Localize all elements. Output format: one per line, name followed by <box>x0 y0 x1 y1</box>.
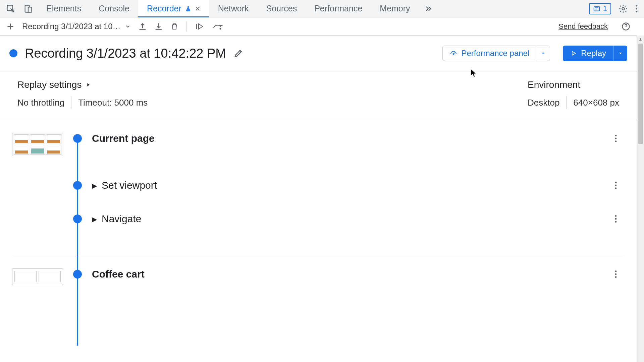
svg-point-11 <box>453 54 454 55</box>
steps-timeline: Current page ▶ Set viewport <box>0 119 637 288</box>
send-feedback-link[interactable]: Send feedback <box>558 22 608 31</box>
chevron-right-icon <box>86 81 91 88</box>
settings-environment-row: Replay settings No throttling Timeout: 5… <box>0 71 637 109</box>
kebab-icon[interactable] <box>610 134 621 143</box>
kebab-icon[interactable] <box>610 270 621 279</box>
tab-recorder[interactable]: Recorder ✕ <box>138 0 209 17</box>
chevron-right-icon: ▶ <box>92 215 97 223</box>
timeline-node <box>73 134 82 143</box>
issues-count: 1 <box>603 4 607 13</box>
step-title[interactable]: Current page <box>92 133 155 144</box>
replay-button[interactable]: Replay <box>563 46 627 61</box>
kebab-icon[interactable] <box>610 215 621 223</box>
tab-elements[interactable]: Elements <box>38 0 90 17</box>
tab-label: Elements <box>46 4 81 13</box>
recording-select[interactable]: Recording 3/1/2023 at 10… <box>22 22 131 31</box>
kebab-icon[interactable] <box>635 4 638 13</box>
svg-point-5 <box>636 5 638 6</box>
svg-rect-8 <box>196 24 197 29</box>
svg-point-18 <box>615 215 617 217</box>
recording-indicator-dot <box>9 49 17 57</box>
tab-label: Performance <box>314 4 362 13</box>
svg-point-16 <box>615 185 617 186</box>
step-title[interactable]: ▶ Navigate <box>92 213 141 225</box>
svg-point-13 <box>615 138 617 139</box>
step-group: ▶ Set viewport <box>12 180 625 213</box>
tabs-overflow[interactable] <box>419 0 438 17</box>
step-thumbnail[interactable] <box>12 133 63 156</box>
step-thumbnail[interactable] <box>12 268 63 285</box>
step-title[interactable]: ▶ Set viewport <box>92 180 157 191</box>
replay-label: Replay <box>581 49 606 58</box>
divider <box>566 96 567 109</box>
chevron-right-icon: ▶ <box>92 182 97 190</box>
tab-label: Network <box>218 4 249 13</box>
step-title-text: Current page <box>92 133 155 144</box>
performance-panel-dropdown[interactable] <box>536 46 550 61</box>
scroll-up-icon[interactable]: ▲ <box>637 36 644 43</box>
scrollbar-thumb[interactable] <box>638 44 643 144</box>
divider <box>186 21 187 32</box>
environment-heading: Environment <box>528 79 580 90</box>
svg-point-4 <box>622 7 624 10</box>
svg-point-9 <box>219 28 221 29</box>
step-title-text: Navigate <box>102 213 141 225</box>
svg-point-15 <box>615 182 617 183</box>
step-play-icon[interactable] <box>195 22 205 31</box>
tab-memory[interactable]: Memory <box>371 0 419 17</box>
replay-settings-heading: Replay settings <box>17 79 82 90</box>
svg-point-17 <box>615 187 617 189</box>
devtools-tab-strip: Elements Console Recorder ✕ Network Sour… <box>0 0 644 17</box>
svg-point-20 <box>615 221 617 223</box>
tab-console[interactable]: Console <box>90 0 138 17</box>
kebab-icon[interactable] <box>610 181 621 190</box>
tab-performance[interactable]: Performance <box>306 0 371 17</box>
gear-icon[interactable] <box>619 4 628 13</box>
import-icon[interactable] <box>138 22 147 31</box>
tab-sources[interactable]: Sources <box>257 0 306 17</box>
device-toggle-icon[interactable] <box>23 4 33 13</box>
step-title-text: Set viewport <box>102 180 157 191</box>
recording-title: Recording 3/1/2023 at 10:42:22 PM <box>25 46 226 61</box>
svg-point-22 <box>615 274 617 275</box>
inspect-icon[interactable] <box>6 4 15 13</box>
step-title-text: Coffee cart <box>92 268 145 280</box>
flask-icon <box>185 5 192 12</box>
trash-icon[interactable] <box>170 22 178 31</box>
chevron-double-right-icon <box>424 5 432 13</box>
svg-point-23 <box>615 276 617 278</box>
timeline-node <box>73 215 82 223</box>
help-icon[interactable] <box>621 22 631 31</box>
recording-select-label: Recording 3/1/2023 at 10… <box>22 22 121 31</box>
close-icon[interactable]: ✕ <box>195 5 201 13</box>
divider <box>71 96 71 109</box>
timeline-node <box>73 181 82 190</box>
replay-dropdown[interactable] <box>613 46 627 61</box>
play-icon <box>570 50 577 57</box>
replay-settings-toggle[interactable]: Replay settings <box>17 79 148 90</box>
performance-panel-button[interactable]: Performance panel <box>442 46 550 61</box>
throttling-value: No throttling <box>17 98 64 108</box>
issues-badge[interactable]: 1 <box>589 3 611 14</box>
svg-point-14 <box>615 140 617 142</box>
vertical-scrollbar[interactable]: ▲ <box>637 36 644 362</box>
step-group: Current page <box>12 133 625 180</box>
export-icon[interactable] <box>154 22 163 31</box>
svg-point-6 <box>636 8 638 9</box>
step-over-icon[interactable] <box>212 22 223 31</box>
environment-viewport: 640×608 px <box>573 98 619 108</box>
environment-device: Desktop <box>528 98 559 108</box>
step-group: ▶ Navigate <box>12 213 625 247</box>
svg-point-19 <box>615 218 617 220</box>
recorder-toolbar: Recording 3/1/2023 at 10… Send feedback <box>0 17 637 36</box>
svg-point-7 <box>636 11 638 12</box>
performance-panel-label: Performance panel <box>462 49 530 58</box>
tab-label: Memory <box>380 4 410 13</box>
timeout-value: Timeout: 5000 ms <box>78 98 148 108</box>
svg-point-12 <box>615 135 617 136</box>
plus-icon[interactable] <box>6 22 15 31</box>
tab-network[interactable]: Network <box>209 0 258 17</box>
edit-icon[interactable] <box>233 48 244 58</box>
step-title[interactable]: Coffee cart <box>92 268 145 280</box>
gauge-icon <box>449 49 458 57</box>
